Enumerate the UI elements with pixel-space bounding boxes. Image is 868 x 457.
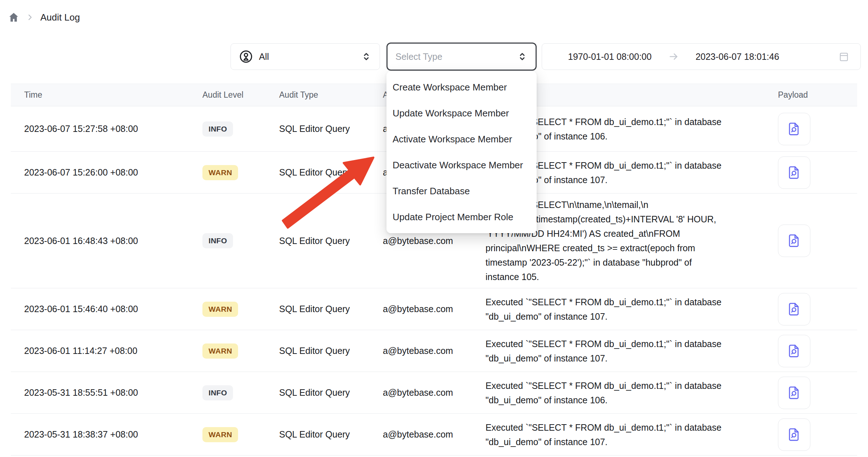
actor-filter-value: All <box>259 52 269 62</box>
table-row: 2023-05-31 18:38:37 +08:00 WARN SQL Edit… <box>11 414 857 456</box>
cell-actor: a@bytebase.com <box>383 429 486 440</box>
date-range-end[interactable]: 2023-06-07 18:01:46 <box>695 52 779 62</box>
cell-time: 2023-06-07 15:27:58 +08:00 <box>11 124 201 134</box>
audit-level-badge: INFO <box>202 385 233 400</box>
audit-level-badge: INFO <box>202 233 233 248</box>
date-range-start[interactable]: 1970-01-01 08:00:00 <box>568 52 652 62</box>
payload-view-button[interactable] <box>778 335 810 367</box>
cell-audit-type: SQL Editor Query <box>279 167 383 178</box>
chevron-updown-icon <box>361 51 372 62</box>
column-header-level: Audit Level <box>201 90 279 100</box>
page-title: Audit Log <box>40 12 80 23</box>
audit-level-badge: INFO <box>202 121 233 137</box>
audit-level-badge: WARN <box>202 343 238 359</box>
dropdown-option[interactable]: Transfer Database <box>386 178 537 204</box>
payload-view-button[interactable] <box>778 293 810 325</box>
date-range-picker[interactable]: 1970-01-01 08:00:00 2023-06-07 18:01:46 <box>542 43 861 70</box>
cell-time: 2023-06-01 16:48:43 +08:00 <box>11 236 201 246</box>
cell-comment: Executed `"SELECT * FROM db_ui_demo.t1;"… <box>486 337 771 365</box>
column-header-time: Time <box>11 90 201 100</box>
dropdown-option[interactable]: Activate Workspace Member <box>386 126 537 152</box>
type-select-dropdown: Create Workspace Member Update Workspace… <box>386 71 537 233</box>
cell-audit-type: SQL Editor Query <box>279 304 383 314</box>
type-filter-select[interactable]: Select Type <box>386 43 537 71</box>
cell-actor: a@bytebase.com <box>383 346 486 356</box>
column-header-payload: Payload <box>771 90 857 100</box>
cell-comment: Executed `"SELECT * FROM db_ui_demo.t1;"… <box>486 420 771 449</box>
cell-audit-type: SQL Editor Query <box>279 124 383 134</box>
file-search-icon <box>787 427 802 442</box>
breadcrumb-chevron-icon <box>26 13 34 21</box>
audit-level-badge: WARN <box>202 165 238 180</box>
breadcrumb: Audit Log <box>8 9 80 25</box>
table-row: 2023-06-01 11:14:27 +08:00 WARN SQL Edit… <box>11 330 857 372</box>
audit-level-badge: WARN <box>202 302 238 317</box>
payload-view-button[interactable] <box>778 377 810 409</box>
column-header-type: Audit Type <box>279 90 383 100</box>
table-row: 2023-05-31 18:55:51 +08:00 INFO SQL Edit… <box>11 372 857 414</box>
calendar-icon <box>838 51 850 62</box>
dropdown-option[interactable]: Deactivate Workspace Member <box>386 152 537 178</box>
chevron-updown-icon <box>517 51 528 62</box>
file-search-icon <box>787 165 802 180</box>
cell-comment: Executed `"SELECT * FROM db_ui_demo.t1;"… <box>486 378 771 407</box>
cell-comment: Executed `"SELECT * FROM db_ui_demo.t1;"… <box>486 295 771 324</box>
file-search-icon <box>787 121 802 137</box>
cell-actor: a@bytebase.com <box>383 387 486 398</box>
file-search-icon <box>787 302 802 317</box>
cell-time: 2023-06-01 11:14:27 +08:00 <box>11 346 201 356</box>
cell-time: 2023-05-31 18:55:51 +08:00 <box>11 387 201 398</box>
payload-view-button[interactable] <box>778 225 810 257</box>
cell-time: 2023-06-07 15:26:00 +08:00 <box>11 167 201 178</box>
table-row: 2023-06-01 15:46:40 +08:00 WARN SQL Edit… <box>11 288 857 330</box>
type-filter-placeholder: Select Type <box>395 52 442 62</box>
payload-view-button[interactable] <box>778 156 810 189</box>
cell-time: 2023-06-01 15:46:40 +08:00 <box>11 304 201 314</box>
audit-level-badge: WARN <box>202 427 238 442</box>
cell-audit-type: SQL Editor Query <box>279 387 383 398</box>
person-circle-icon <box>239 49 253 64</box>
cell-audit-type: SQL Editor Query <box>279 346 383 356</box>
cell-audit-type: SQL Editor Query <box>279 236 383 246</box>
arrow-right-icon <box>668 51 679 62</box>
payload-view-button[interactable] <box>778 418 810 451</box>
payload-view-button[interactable] <box>778 113 810 145</box>
actor-filter-select[interactable]: All <box>231 43 380 70</box>
file-search-icon <box>787 343 802 359</box>
cell-time: 2023-05-31 18:38:37 +08:00 <box>11 429 201 440</box>
dropdown-option[interactable]: Update Workspace Member <box>386 100 537 126</box>
dropdown-option[interactable]: Create Workspace Member <box>386 74 537 100</box>
cell-actor: a@bytebase.com <box>383 304 486 314</box>
dropdown-option[interactable]: Update Project Member Role <box>386 204 537 230</box>
home-icon[interactable] <box>8 12 19 23</box>
cell-audit-type: SQL Editor Query <box>279 429 383 440</box>
file-search-icon <box>787 385 802 400</box>
cell-actor: a@bytebase.com <box>383 236 486 246</box>
file-search-icon <box>787 233 802 248</box>
